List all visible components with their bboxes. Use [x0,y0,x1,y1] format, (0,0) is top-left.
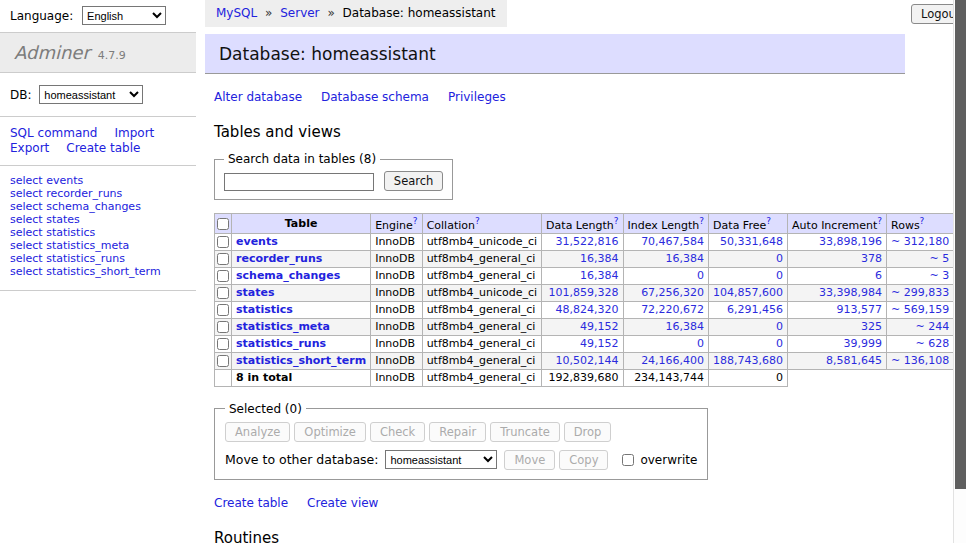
link-alter-database[interactable]: Alter database [214,90,302,104]
engine-cell: InnoDB [371,250,422,267]
auto-increment-cell: 33,398,984 [788,284,887,301]
help-link[interactable]: ? [699,216,704,226]
index-length-cell: 16,384 [623,318,709,335]
help-link[interactable]: ? [877,216,882,226]
empty-cell [887,369,954,386]
selected-fieldset: Selected (0) AnalyzeOptimizeCheckRepairT… [214,402,708,480]
breadcrumb-current: Database: homeassistant [343,6,496,20]
selected-buttons-row: AnalyzeOptimizeCheckRepairTruncateDrop [225,422,697,442]
total-data-length-cell: 192,839,680 [542,369,623,386]
table-link-schema_changes[interactable]: schema_changes [236,269,340,282]
copy-button[interactable]: Copy [559,450,608,470]
tables-heading: Tables and views [214,123,905,141]
table-row-recorder_runs: recorder_runsInnoDButf8mb4_general_ci16,… [215,250,966,267]
analyze-button[interactable]: Analyze [225,422,290,442]
table-row-statistics_short_term: statistics_short_termInnoDButf8mb4_gener… [215,352,966,369]
row-checkbox-events[interactable] [217,236,229,248]
link-export[interactable]: Export [10,141,49,155]
row-checkbox-statistics_meta[interactable] [217,321,229,333]
search-button[interactable]: Search [384,171,444,191]
link-select-schema-changes[interactable]: select schema_changes [10,201,186,214]
table-name-cell: statistics_meta [232,318,371,335]
help-link[interactable]: ? [920,216,925,226]
col-header-label: Auto Increment [792,219,877,232]
col-header-label: Collation [427,219,475,232]
repair-button[interactable]: Repair [429,422,486,442]
rows-cell: ~ 136,108 [887,352,954,369]
table-link-statistics_runs[interactable]: statistics_runs [236,337,326,350]
link-select-statistics[interactable]: select statistics [10,227,186,240]
data-length-cell: 16,384 [542,250,623,267]
table-link-statistics_short_term[interactable]: statistics_short_term [236,354,366,367]
row-checkbox-statistics_short_term[interactable] [217,355,229,367]
link-import[interactable]: Import [114,126,154,140]
optimize-button[interactable]: Optimize [294,422,366,442]
sidebar-table-links: select eventsselect recorder_runsselect … [0,166,196,291]
db-select[interactable]: homeassistant [39,85,143,104]
breadcrumb: MySQL » Server » Database: homeassistant [205,0,507,27]
row-checkbox-states[interactable] [217,287,229,299]
collation-cell: utf8mb4_general_ci [422,267,541,284]
select-all-checkbox[interactable] [217,218,229,230]
breadcrumb-separator: » [265,6,272,20]
search-input[interactable] [224,173,374,191]
drop-button[interactable]: Drop [564,422,612,442]
table-name-cell: schema_changes [232,267,371,284]
col-header-table: Table [232,214,371,234]
link-privileges[interactable]: Privileges [448,90,506,104]
engine-cell: InnoDB [371,267,422,284]
link-select-recorder-runs[interactable]: select recorder_runs [10,188,186,201]
link-sql-command[interactable]: SQL command [10,126,97,140]
link-select-statistics-meta[interactable]: select statistics_meta [10,240,186,253]
breadcrumb-mysql-link[interactable]: MySQL [216,6,257,20]
total-name-cell: 8 in total [232,369,371,386]
engine-cell: InnoDB [371,352,422,369]
link-create-table[interactable]: Create table [66,141,140,155]
table-link-recorder_runs[interactable]: recorder_runs [236,252,322,265]
link-select-statistics-runs[interactable]: select statistics_runs [10,253,186,266]
check-button[interactable]: Check [370,422,425,442]
row-checkbox-statistics[interactable] [217,304,229,316]
help-link[interactable]: ? [475,216,480,226]
rows-cell: ~ 299,833 [887,284,954,301]
col-header-collation: Collation? [422,214,541,234]
move-database-select[interactable]: homeassistant [385,450,497,469]
table-link-statistics_meta[interactable]: statistics_meta [236,320,330,333]
col-header-data-length: Data Length? [542,214,623,234]
language-select[interactable]: English [82,6,166,25]
rows-cell: ~ 3 [887,267,954,284]
collation-cell: utf8mb4_general_ci [422,352,541,369]
routines-heading: Routines [214,529,905,543]
link-select-states[interactable]: select states [10,214,186,227]
table-link-events[interactable]: events [236,235,278,248]
truncate-button[interactable]: Truncate [490,422,560,442]
row-checkbox-schema_changes[interactable] [217,270,229,282]
total-collation-cell: utf8mb4_general_ci [422,369,541,386]
index-length-cell: 70,467,584 [623,233,709,250]
help-link[interactable]: ? [413,216,418,226]
collation-cell: utf8mb4_unicode_ci [422,284,541,301]
table-link-statistics[interactable]: statistics [236,303,293,316]
help-link[interactable]: ? [614,216,619,226]
row-checkbox-recorder_runs[interactable] [217,253,229,265]
col-header-rows: Rows? [887,214,954,234]
table-name-cell: recorder_runs [232,250,371,267]
scrollbar-thumb[interactable] [955,0,966,489]
row-checkbox-statistics_runs[interactable] [217,338,229,350]
link-select-statistics-short-term[interactable]: select statistics_short_term [10,266,186,279]
select-all-cell [215,214,232,234]
breadcrumb-server-link[interactable]: Server [280,6,319,20]
overwrite-label[interactable]: overwrite [640,453,697,467]
overwrite-checkbox[interactable] [622,454,634,466]
move-button[interactable]: Move [504,450,555,470]
data-length-cell: 101,859,328 [542,284,623,301]
table-link-states[interactable]: states [236,286,275,299]
help-link[interactable]: ? [766,216,771,226]
link-create-table[interactable]: Create table [214,496,288,510]
vertical-scrollbar[interactable] [953,0,966,543]
table-total-row: 8 in totalInnoDButf8mb4_general_ci192,83… [215,369,966,386]
link-database-schema[interactable]: Database schema [321,90,429,104]
search-fieldset: Search data in tables (8) Search [214,152,453,200]
create-links: Create tableCreate view [214,496,905,510]
link-create-view[interactable]: Create view [307,496,378,510]
